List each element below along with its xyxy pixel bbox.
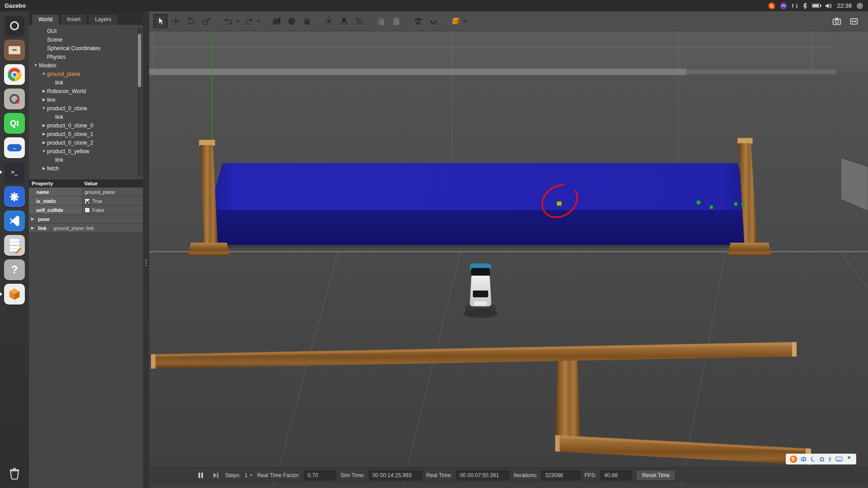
copy-button[interactable]	[374, 14, 388, 28]
real-time-value[interactable]: 00 00:07:50.381	[456, 470, 509, 480]
insert-cylinder-button[interactable]	[300, 14, 314, 28]
render-area[interactable]: Steps: 1 ▼ Real Time Factor: 0.70 Sim Ti…	[149, 31, 868, 488]
scrollbar-thumb[interactable]	[138, 34, 141, 87]
dock-item-help[interactable]: ?	[4, 259, 25, 280]
chevron-down-icon[interactable]: ▼	[41, 106, 47, 110]
chevron-right-icon[interactable]: ▶	[41, 132, 47, 136]
joint-menu-button[interactable]	[462, 14, 468, 28]
redo-button[interactable]	[242, 14, 256, 28]
tree-item-line[interactable]: ▶line	[29, 95, 143, 104]
steps-spinner-icon[interactable]: ▼	[250, 473, 253, 477]
step-button[interactable]	[210, 470, 221, 481]
reset-time-button[interactable]: Reset Time	[636, 470, 675, 481]
dock-item-files[interactable]	[4, 40, 25, 61]
splitter-handle-icon[interactable]	[146, 259, 147, 266]
wooden-post[interactable]	[555, 347, 580, 446]
tree-item-Models[interactable]: ▼Models	[29, 61, 143, 70]
wrench-icon[interactable]	[846, 456, 852, 462]
dock-item-terminal[interactable]: >_	[4, 162, 25, 183]
chevron-down-icon[interactable]: ▼	[33, 63, 39, 67]
dock-item-chrome[interactable]	[4, 64, 25, 85]
dock-item-text-editor[interactable]	[4, 235, 25, 256]
tab-insert[interactable]: Insert	[60, 14, 87, 25]
checkbox-checked[interactable]	[85, 198, 90, 204]
tree-scrollbar[interactable]	[137, 28, 142, 176]
fcitx-tray-icon[interactable]	[780, 2, 787, 9]
screenshot-button[interactable]	[830, 14, 844, 28]
select-tool-button[interactable]	[153, 14, 168, 28]
chevron-down-icon[interactable]: ▼	[41, 149, 47, 153]
tree-item-link[interactable]: link	[29, 155, 143, 164]
scale-tool-button[interactable]	[199, 14, 214, 28]
tree-item-product_0_clone_0[interactable]: ▶product_0_clone_0	[29, 121, 143, 130]
keyboard-icon[interactable]	[835, 456, 843, 462]
clock[interactable]: 22:38	[837, 2, 852, 9]
tree-item-Scene[interactable]: Scene	[29, 35, 143, 44]
panel-splitter[interactable]	[143, 11, 149, 488]
tree-item-fetch[interactable]: ▶fetch	[29, 164, 143, 173]
redo-history-button[interactable]	[255, 14, 262, 28]
align-button[interactable]	[411, 14, 425, 28]
network-icon[interactable]	[792, 3, 798, 9]
dock-item-workspace[interactable]	[4, 186, 25, 207]
snap-button[interactable]	[426, 14, 441, 28]
iterations-value[interactable]: 323066	[542, 470, 580, 480]
blue-table[interactable]	[209, 163, 749, 248]
tree-item-product_0_yellow[interactable]: ▼product_0_yellow	[29, 147, 143, 155]
chevron-right-icon[interactable]: ▶	[41, 166, 47, 170]
dock-item-vscode[interactable]	[4, 211, 25, 231]
tree-item-GUI[interactable]: GUI	[29, 27, 143, 35]
undo-button[interactable]	[221, 14, 236, 28]
fps-value[interactable]: 40.66	[600, 470, 632, 480]
undo-history-button[interactable]	[235, 14, 241, 28]
chevron-right-icon[interactable]: ▶	[41, 98, 47, 102]
steps-value[interactable]: 1	[245, 472, 248, 479]
spot-light-button[interactable]	[337, 14, 351, 28]
tree-item-product_0_clone_2[interactable]: ▶product_0_clone_2	[29, 138, 143, 147]
chevron-right-icon[interactable]: ▶	[31, 217, 36, 221]
volume-icon[interactable]	[825, 3, 832, 9]
dock-item-teamviewer[interactable]: ↔	[4, 137, 25, 158]
dock-item-system-settings[interactable]	[4, 89, 25, 109]
session-gear-icon[interactable]	[856, 2, 863, 9]
sogou-tray-icon[interactable]: S	[768, 2, 775, 9]
bluetooth-icon[interactable]	[802, 2, 807, 9]
rotate-tool-button[interactable]	[184, 14, 198, 28]
tree-item-product_0_clone[interactable]: ▼product_0_clone	[29, 104, 143, 113]
rtf-value[interactable]: 0.70	[304, 470, 336, 480]
data-logger-button[interactable]	[847, 14, 861, 28]
sogou-icon[interactable]: S	[790, 455, 797, 463]
dock-item-trash[interactable]	[4, 463, 25, 484]
symbol-mode-icon[interactable]: Ω	[820, 456, 824, 462]
tree-item-Physics[interactable]: Physics	[29, 52, 143, 61]
yellow-product[interactable]	[557, 202, 561, 206]
dock-item-dash[interactable]	[4, 15, 25, 36]
tab-world[interactable]: World	[32, 14, 59, 25]
chevron-down-icon[interactable]: ▼	[41, 72, 47, 76]
paste-button[interactable]	[389, 14, 404, 28]
chevron-right-icon[interactable]: ▶	[41, 123, 47, 127]
dock-item-qt-creator[interactable]: Qt	[4, 113, 25, 134]
moon-icon[interactable]	[810, 456, 816, 462]
translate-tool-button[interactable]	[169, 14, 183, 28]
insert-sphere-button[interactable]	[284, 14, 299, 28]
scene-3d[interactable]	[149, 31, 868, 488]
tree-item-link[interactable]: link	[29, 113, 143, 121]
shift-mode-icon[interactable]: ⇧	[827, 456, 832, 462]
chevron-right-icon[interactable]: ▶	[41, 89, 47, 93]
directional-light-button[interactable]	[352, 14, 367, 28]
tree-item-product_0_clone_1[interactable]: ▶product_0_clone_1	[29, 130, 143, 138]
tree-item-Robocon_World[interactable]: ▶Robocon_World	[29, 87, 143, 95]
insert-box-button[interactable]	[269, 14, 283, 28]
joint-creation-button[interactable]	[448, 14, 462, 28]
chevron-right-icon[interactable]: ▶	[41, 141, 47, 145]
pause-button[interactable]	[195, 470, 206, 481]
chevron-right-icon[interactable]: ▶	[31, 226, 36, 230]
sim-time-value[interactable]: 00 00:14:25.993	[369, 470, 422, 480]
battery-icon[interactable]	[812, 4, 821, 8]
tree-item-Spherical Coordinates[interactable]: Spherical Coordinates	[29, 44, 143, 52]
tab-layers[interactable]: Layers	[88, 14, 118, 25]
checkbox-unchecked[interactable]	[85, 207, 90, 213]
dock-item-gazebo[interactable]	[4, 284, 25, 305]
tree-item-link[interactable]: link	[29, 78, 143, 87]
